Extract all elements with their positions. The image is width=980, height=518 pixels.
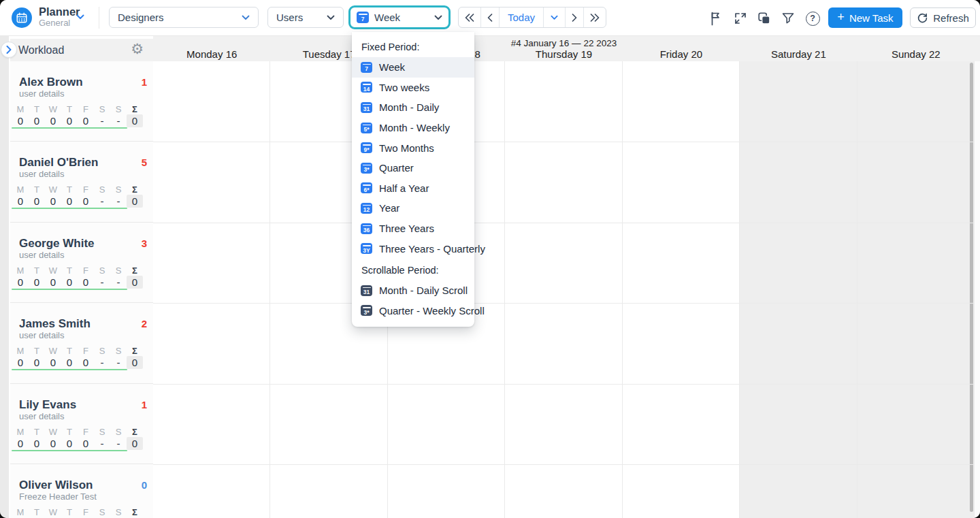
period-menu-item[interactable]: 12 Year [352, 198, 474, 218]
period-menu-item[interactable]: 3* Quarter - Weekly Scroll [352, 301, 474, 321]
capacity-line [12, 208, 127, 209]
period-menu-section: Fixed Period: 7 Week 14 Two weeks 31 Mon… [352, 35, 474, 259]
period-menu-item-label: Year [379, 202, 399, 214]
day-label: W [45, 427, 61, 437]
fullscreen-icon[interactable] [732, 10, 749, 27]
period-menu-item[interactable]: 3Y Three Years - Quarterly [352, 238, 474, 259]
day-column[interactable] [740, 61, 857, 518]
filter-icon[interactable] [779, 10, 797, 27]
help-icon[interactable]: ? [804, 10, 821, 27]
today-button[interactable]: Today [500, 7, 544, 27]
flag-icon[interactable] [707, 10, 725, 27]
grid-row-line [153, 384, 975, 385]
user-details-link[interactable]: Freeze Header Test [19, 491, 153, 502]
period-menu-section-title: Fixed Period: [352, 35, 474, 57]
day-column[interactable] [623, 61, 740, 518]
day-label: S [94, 427, 110, 437]
day-label: T [61, 507, 78, 517]
period-menu-item[interactable]: 9* Two Months [352, 137, 474, 158]
period-menu-item[interactable]: 14 Two weeks [352, 78, 474, 98]
day-label: F [78, 427, 94, 437]
workload-user-row[interactable]: 1 Alex Brown user details MTWTFSSΣ 00000… [10, 61, 153, 142]
workload-user-row[interactable]: 3 George White user details MTWTFSSΣ 000… [10, 223, 153, 303]
day-value: - [94, 114, 110, 127]
period-menu-item-label: Month - Daily Scroll [379, 285, 468, 296]
next-button[interactable] [566, 7, 584, 27]
user-day-labels: MTWTFSSΣ [10, 427, 153, 437]
day-value: 0 [45, 437, 61, 450]
toolbar: Planner General Designers Users 7 Week [0, 0, 980, 36]
day-value: 0 [29, 195, 45, 208]
period-menu-item[interactable]: 3* Quarter [352, 158, 474, 178]
period-menu-item[interactable]: 5* Month - Weekly [352, 118, 474, 138]
day-label: Σ [127, 184, 143, 195]
workload-user-list: 1 Alex Brown user details MTWTFSSΣ 00000… [10, 61, 153, 518]
copy-view-icon[interactable] [755, 10, 773, 27]
gear-icon[interactable]: ⚙ [131, 42, 144, 56]
fast-forward-button[interactable] [584, 7, 606, 27]
user-day-values: 00000--0 [10, 114, 153, 127]
period-menu-item[interactable]: 6* Half a Year [352, 178, 474, 199]
period-menu-item-label: Quarter - Weekly Scroll [379, 305, 485, 317]
group-by-select[interactable]: Users [267, 7, 344, 28]
day-label: M [12, 104, 29, 114]
week-range-label: #4 January 16 — 22 2023 [153, 38, 975, 48]
day-label: F [78, 346, 94, 356]
workload-user-row[interactable]: 5 Daniel O'Brien user details MTWTFSSΣ 0… [10, 142, 153, 222]
user-details-link[interactable]: user details [19, 330, 153, 341]
period-menu-item-label: Half a Year [379, 182, 429, 194]
app-logo[interactable] [12, 7, 32, 28]
day-column[interactable] [858, 61, 975, 518]
new-task-button[interactable]: + New Task [828, 7, 902, 28]
period-menu-item[interactable]: 31 Month - Daily [352, 97, 474, 118]
day-value: 0 [45, 114, 61, 127]
user-name: George White [19, 238, 153, 250]
refresh-button[interactable]: Refresh [910, 7, 976, 28]
workload-user-row[interactable]: 2 James Smith user details MTWTFSSΣ 0000… [10, 303, 153, 383]
prev-button[interactable] [481, 7, 500, 27]
capacity-line [12, 127, 127, 129]
day-value: - [94, 195, 110, 208]
user-details-link[interactable]: user details [19, 250, 153, 261]
scrollbar-thumb[interactable] [970, 63, 973, 512]
day-value: 0 [29, 437, 45, 450]
sidebar-expand-toggle[interactable] [1, 42, 17, 58]
day-label: S [94, 104, 110, 114]
period-menu-item-label: Three Years [379, 223, 434, 234]
user-details-link[interactable]: user details [19, 169, 153, 180]
day-column[interactable] [153, 61, 270, 518]
calendar-period-icon: 14 [361, 82, 372, 93]
period-menu-item[interactable]: 36 Three Years [352, 218, 474, 239]
period-menu-item[interactable]: 31 Month - Daily Scroll [352, 280, 474, 301]
user-details-link[interactable]: user details [19, 88, 153, 99]
period-menu-item[interactable]: 7 Week [352, 57, 474, 78]
today-chevron-icon[interactable] [544, 7, 566, 27]
fast-backward-button[interactable] [459, 7, 481, 27]
calendar-period-icon: 3Y [361, 243, 372, 254]
board-select[interactable]: Designers [109, 7, 259, 28]
app-subtitle: General [39, 18, 80, 29]
user-details-link[interactable]: user details [19, 411, 153, 422]
workload-user-row[interactable]: 1 Lily Evans user details MTWTFSSΣ 00000… [10, 384, 153, 464]
day-value: 0 [78, 114, 94, 127]
day-value: 0 [45, 276, 61, 289]
planner-app-window: Planner General Designers Users 7 Week [0, 0, 980, 518]
grid-row-line [153, 303, 975, 304]
workload-user-row[interactable]: 0 Oliver Wilson Freeze Header Test MTWTF… [10, 464, 153, 518]
user-day-values: 00000--0 [10, 276, 153, 289]
day-column[interactable] [505, 61, 622, 518]
period-select[interactable]: 7 Week [348, 5, 451, 29]
day-value: - [110, 356, 127, 369]
day-value: 0 [61, 114, 78, 127]
calendar-period-icon: 3* [361, 305, 372, 316]
new-task-label: New Task [849, 12, 894, 24]
day-value: 0 [127, 114, 143, 127]
app-switcher-chevron-icon[interactable] [76, 14, 84, 20]
grid-row-line [153, 142, 975, 142]
day-value: - [110, 195, 127, 208]
capacity-line [12, 289, 127, 290]
user-day-values: 00000--0 [10, 195, 153, 208]
day-label: S [110, 427, 127, 437]
grid-row-line [153, 464, 975, 465]
capacity-line [12, 369, 127, 370]
